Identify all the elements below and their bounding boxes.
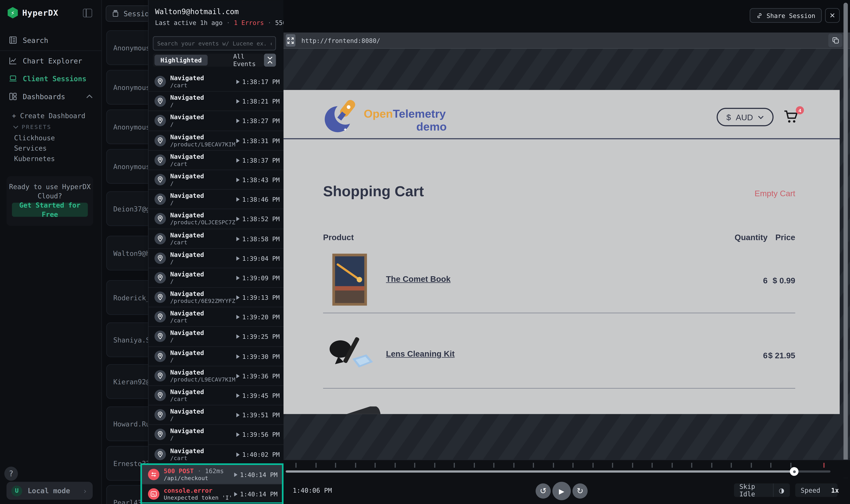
skip-idle-toggle[interactable]: ◑ — [773, 486, 790, 494]
event-row[interactable]: Navigated/product/6E92ZMYYFZ1:39:13 PM — [149, 288, 284, 307]
event-time[interactable]: 1:39:13 PM — [236, 294, 280, 302]
event-time[interactable]: 1:38:27 PM — [236, 117, 280, 125]
product-link[interactable]: The Comet Book — [386, 274, 450, 284]
timeline-tick — [295, 463, 296, 468]
create-dashboard-link[interactable]: + Create Dashboard — [12, 112, 85, 120]
play-button[interactable]: ▶ — [552, 482, 571, 500]
event-time[interactable]: 1:40:14 PM — [234, 490, 277, 498]
event-title: Navigated — [170, 368, 204, 376]
sidebar-item-search[interactable]: Search — [0, 33, 101, 47]
console-error-row[interactable]: console.errorUnexpected token 'I'…1:40:1… — [142, 485, 282, 504]
event-time[interactable]: 1:39:45 PM — [236, 392, 280, 399]
event-time[interactable]: 1:38:46 PM — [236, 196, 280, 203]
column-header-quantity: Quantity — [734, 233, 767, 242]
timeline-tick — [790, 463, 791, 468]
timeline-tick — [770, 463, 771, 468]
sidebar-item-chart-explorer[interactable]: Chart Explorer — [0, 54, 101, 68]
event-row[interactable]: Navigated/cart1:39:45 PM — [149, 386, 284, 406]
sidebar-item-dashboards[interactable]: Dashboards — [0, 89, 101, 104]
event-time[interactable]: 1:39:09 PM — [236, 274, 280, 282]
forward-button[interactable]: ↻ — [572, 483, 588, 499]
event-time[interactable]: 1:40:14 PM — [234, 471, 277, 479]
collapse-events-button[interactable] — [264, 54, 276, 67]
timeline-tick — [375, 463, 376, 468]
get-started-button[interactable]: Get Started for Free — [12, 203, 88, 217]
event-time[interactable]: 1:40:02 PM — [236, 451, 280, 458]
sidebar-preset-clickhouse[interactable]: Clickhouse — [14, 134, 55, 142]
timeline-tick — [473, 463, 474, 468]
event-row[interactable]: Navigated/1:38:46 PM — [149, 190, 284, 210]
empty-cart-button[interactable]: Empty Cart — [754, 188, 795, 198]
event-row[interactable]: Navigated/1:39:56 PM — [149, 425, 284, 445]
help-button[interactable]: ? — [4, 467, 18, 481]
play-from-here-icon — [236, 413, 240, 417]
timeline-handle[interactable] — [790, 467, 799, 476]
event-time[interactable]: 1:39:25 PM — [236, 333, 280, 341]
toggle-icon: ◑ — [779, 486, 784, 494]
event-time[interactable]: 1:38:37 PM — [236, 157, 280, 164]
event-row[interactable]: Navigated/1:38:21 PM — [149, 92, 284, 111]
timeline-track[interactable] — [286, 470, 831, 472]
share-session-button[interactable]: Share Session — [750, 8, 822, 23]
speed-value[interactable]: 1x — [826, 486, 844, 494]
navigation-pin-icon — [155, 135, 166, 146]
sidebar-preset-services[interactable]: Services — [14, 144, 47, 152]
product-image-lens-kit — [325, 330, 375, 374]
events-search-input[interactable] — [153, 36, 276, 50]
sidebar-collapse-icon[interactable] — [83, 9, 92, 17]
copy-url-button[interactable] — [828, 34, 843, 47]
brand[interactable]: ⚡ HyperDX — [8, 7, 58, 18]
event-time[interactable]: 1:38:58 PM — [236, 235, 280, 242]
event-row[interactable]: Navigated/cart1:40:02 PM — [149, 445, 284, 465]
timeline-tick — [513, 463, 514, 468]
event-row[interactable]: Navigated/product/OLJCESPC7Z1:38:52 PM — [149, 209, 284, 229]
event-time[interactable]: 1:39:30 PM — [236, 353, 280, 360]
event-row[interactable]: Navigated/cart1:38:58 PM — [149, 229, 284, 249]
event-title: Navigated — [170, 329, 204, 337]
sidebar-item-client-sessions[interactable]: Client Sessions — [0, 71, 101, 86]
event-time[interactable]: 1:39:36 PM — [236, 372, 280, 380]
event-time[interactable]: 1:39:51 PM — [236, 412, 280, 419]
local-mode-menu[interactable]: U Local mode › — [6, 482, 92, 500]
event-title: Navigated — [170, 388, 204, 396]
event-row[interactable]: Navigated/1:39:30 PM — [149, 347, 284, 366]
event-path: / — [170, 121, 174, 128]
event-time[interactable]: 1:38:21 PM — [236, 97, 280, 105]
event-time[interactable]: 1:38:52 PM — [236, 215, 280, 223]
rewind-button[interactable]: ↺ — [536, 483, 551, 499]
tab-highlighted[interactable]: Highlighted — [155, 55, 208, 66]
event-time[interactable]: 1:39:56 PM — [236, 431, 280, 439]
presets-label[interactable]: PRESETS — [13, 124, 51, 130]
close-button[interactable]: ✕ — [825, 8, 840, 23]
timeline-tick — [592, 463, 593, 468]
event-row[interactable]: Navigated/1:39:09 PM — [149, 268, 284, 288]
app: ⚡ HyperDX Search Chart Explorer Client S… — [0, 0, 850, 504]
timeline[interactable] — [283, 460, 850, 478]
event-row[interactable]: Navigated/1:38:27 PM — [149, 111, 284, 131]
event-row[interactable]: Navigated/1:39:51 PM — [149, 406, 284, 425]
event-time[interactable]: 1:38:17 PM — [236, 78, 280, 86]
event-row[interactable]: Navigated/product/L9ECAV7KIM1:38:31 PM — [149, 131, 284, 150]
event-row[interactable]: Navigated/cart1:38:37 PM — [149, 150, 284, 170]
event-row[interactable]: Navigated/product/L9ECAV7KIM1:39:36 PM — [149, 366, 284, 386]
event-time[interactable]: 1:38:43 PM — [236, 176, 280, 184]
sidebar-preset-kubernetes[interactable]: Kubernetes — [14, 155, 55, 163]
event-row[interactable]: Navigated/1:39:25 PM — [149, 327, 284, 347]
error-request-row[interactable]: 500 POST · 162ms/api/checkout1:40:14 PM — [142, 465, 282, 485]
cart-button[interactable]: 4 — [783, 109, 802, 126]
event-row[interactable]: Navigated/1:38:43 PM — [149, 170, 284, 190]
player-scrollbar[interactable] — [844, 3, 848, 481]
event-row[interactable]: Navigated/cart1:38:17 PM — [149, 72, 284, 92]
event-row[interactable]: Navigated/1:39:04 PM — [149, 249, 284, 268]
event-title: Navigated — [170, 231, 204, 239]
currency-selector[interactable]: $ AUD — [716, 108, 774, 126]
event-time[interactable]: 1:39:20 PM — [236, 313, 280, 321]
event-time[interactable]: 1:38:31 PM — [236, 137, 280, 144]
product-link[interactable]: Lens Cleaning Kit — [386, 349, 455, 358]
event-row[interactable]: Navigated/cart1:39:20 PM — [149, 307, 284, 327]
events-tabs: Highlighted All Events — [153, 54, 264, 67]
fullscreen-button[interactable] — [286, 34, 295, 47]
tab-all-events[interactable]: All Events — [227, 55, 264, 66]
event-path: /product/L9ECAV7KIM — [170, 376, 235, 382]
event-time[interactable]: 1:39:04 PM — [236, 255, 280, 262]
